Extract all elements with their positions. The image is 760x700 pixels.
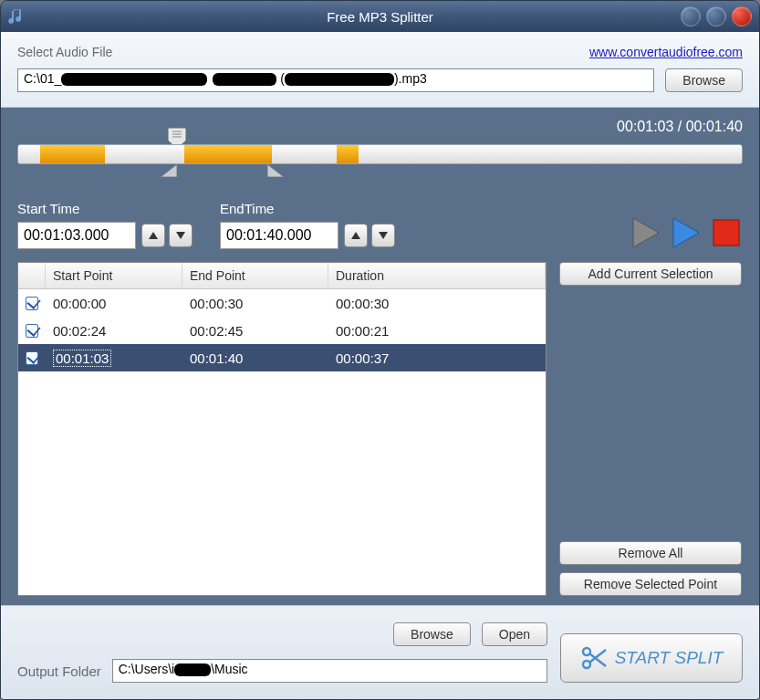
col-end[interactable]: End Point: [182, 263, 328, 288]
open-output-button[interactable]: Open: [482, 622, 547, 646]
selection-end-handle[interactable]: [267, 164, 284, 177]
cell-end: 00:01:40: [182, 347, 328, 370]
col-duration[interactable]: Duration: [328, 263, 546, 288]
cell-start: 00:00:00: [46, 292, 182, 315]
content: Select Audio File www.convertaudiofree.c…: [1, 32, 759, 699]
cell-start: 00:01:03: [46, 347, 182, 370]
browse-file-button[interactable]: Browse: [665, 68, 743, 92]
close-button[interactable]: [732, 6, 752, 26]
table-row[interactable]: 00:02:2400:02:4500:00:21: [18, 317, 546, 344]
row-checkbox[interactable]: [26, 297, 38, 310]
output-folder-input[interactable]: C:\Users\i\Music: [112, 659, 547, 683]
minimize-button[interactable]: [681, 6, 701, 26]
redacted-text: [61, 73, 207, 86]
table-header: Start Point End Point Duration: [18, 263, 546, 289]
end-time-label: EndTime: [220, 201, 395, 216]
website-link[interactable]: www.convertaudiofree.com: [589, 45, 743, 59]
play-button[interactable]: [630, 216, 662, 249]
start-time-group: Start Time: [17, 201, 193, 249]
end-time-group: EndTime: [220, 201, 395, 249]
svg-rect-3: [713, 220, 739, 246]
col-start[interactable]: Start Point: [46, 263, 182, 288]
track-segment: [40, 145, 105, 163]
browse-output-button[interactable]: Browse: [393, 622, 471, 646]
waveform-track[interactable]: [17, 144, 743, 190]
selections-table: Start Point End Point Duration 00:00:000…: [17, 262, 547, 596]
table-row[interactable]: 00:01:0300:01:4000:00:37: [18, 344, 546, 371]
track-segment: [184, 145, 271, 163]
table-row[interactable]: 00:00:0000:00:3000:00:30: [18, 289, 546, 317]
row-checkbox[interactable]: [26, 324, 38, 338]
output-panel: Browse Open Output Folder C:\Users\i\Mus…: [1, 605, 759, 699]
cell-end: 00:00:30: [182, 292, 328, 315]
selection-start-handle[interactable]: [161, 164, 177, 177]
remove-selected-button[interactable]: Remove Selected Point: [559, 572, 742, 596]
app-icon: [8, 7, 26, 26]
output-folder-label: Output Folder: [17, 663, 101, 679]
cell-end: 00:02:45: [182, 319, 328, 342]
redacted-text: [285, 73, 394, 86]
track-segment: [337, 145, 359, 163]
play-selection-button[interactable]: [670, 216, 703, 249]
app-window: Free MP3 Splitter Select Audio File www.…: [0, 0, 760, 700]
file-path-input[interactable]: C:\01_().mp3: [17, 68, 654, 92]
start-time-label: Start Time: [17, 201, 193, 216]
end-time-down[interactable]: [371, 224, 395, 247]
start-time-down[interactable]: [169, 224, 193, 247]
start-time-input[interactable]: [17, 222, 136, 249]
track-bar[interactable]: [17, 144, 743, 164]
scissors-icon: [580, 644, 608, 672]
redacted-text: [213, 73, 276, 86]
redacted-text: [174, 663, 211, 676]
cell-start: 00:02:24: [46, 319, 182, 342]
add-selection-button[interactable]: Add Current Selection: [559, 262, 742, 286]
table-actions: Add Current Selection Remove All Remove …: [559, 262, 742, 596]
cell-duration: 00:00:21: [328, 319, 546, 342]
file-panel: Select Audio File www.convertaudiofree.c…: [1, 32, 759, 108]
editor-panel: 00:01:03 / 00:01:40 Start Time: [1, 108, 759, 605]
time-display: 00:01:03 / 00:01:40: [17, 119, 743, 135]
table-body: 00:00:0000:00:3000:00:3000:02:2400:02:45…: [18, 289, 546, 595]
end-time-input[interactable]: [220, 222, 338, 249]
stop-button[interactable]: [710, 216, 743, 249]
select-file-label: Select Audio File: [17, 45, 112, 59]
remove-all-button[interactable]: Remove All: [559, 541, 742, 565]
end-time-up[interactable]: [344, 224, 368, 247]
start-split-button[interactable]: START SPLIT: [560, 633, 743, 683]
window-controls: [681, 6, 752, 26]
titlebar[interactable]: Free MP3 Splitter: [1, 1, 759, 32]
col-check[interactable]: [18, 263, 46, 288]
cell-duration: 00:00:37: [328, 347, 546, 370]
window-title: Free MP3 Splitter: [327, 9, 433, 25]
maximize-button[interactable]: [706, 6, 726, 26]
row-checkbox[interactable]: [26, 351, 38, 365]
cell-duration: 00:00:30: [328, 292, 546, 315]
playback-controls: [630, 216, 743, 249]
start-time-up[interactable]: [141, 224, 165, 247]
